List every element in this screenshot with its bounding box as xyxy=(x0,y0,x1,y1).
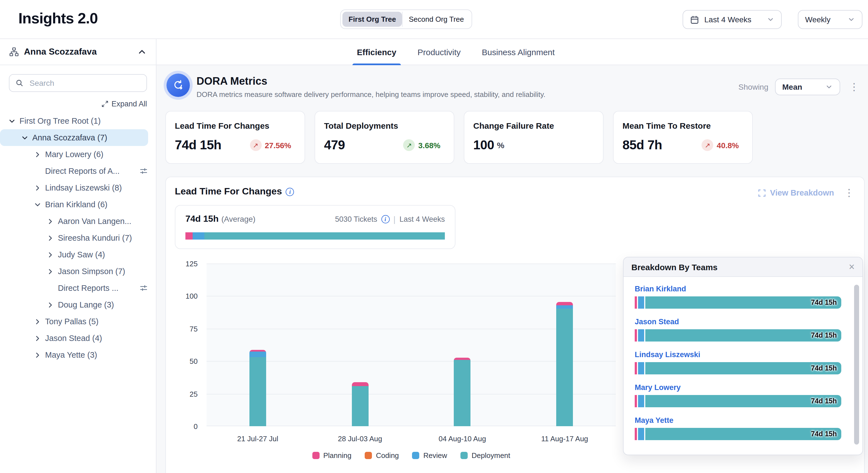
close-icon[interactable]: × xyxy=(849,262,855,272)
chevron-right-icon xyxy=(46,267,55,275)
team-name-link[interactable]: Jason Stead xyxy=(635,318,841,326)
breakdown-row-mary-lowery: Mary Lowery 74d 15h xyxy=(635,383,841,407)
bar-segment-review xyxy=(638,296,644,309)
tree-item-judy-saw-4[interactable]: Judy Saw (4) xyxy=(0,246,148,263)
chevron-right-icon xyxy=(46,234,55,242)
tree-item-brian-kirkland-6[interactable]: Brian Kirkland (6) xyxy=(0,196,148,213)
tree-item-label: Direct Reports of A... xyxy=(45,167,120,176)
tree-item-jason-stead-4[interactable]: Jason Stead (4) xyxy=(0,330,148,347)
tree-item-tony-pallas-5[interactable]: Tony Pallas (5) xyxy=(0,313,148,330)
bar-segment-review xyxy=(638,428,644,440)
info-icon[interactable]: i xyxy=(286,187,294,196)
bar-segment-planning xyxy=(556,302,573,305)
chevron-right-icon xyxy=(33,351,42,359)
bar-group-04-aug-10-aug[interactable] xyxy=(411,264,514,426)
content: DORA Metrics DORA metrics measure softwa… xyxy=(156,65,868,473)
bar-group-28-jul-03-aug[interactable] xyxy=(309,264,411,426)
team-name-link[interactable]: Mary Lowery xyxy=(635,383,841,392)
bar-segment-review xyxy=(249,351,266,357)
tree-item-label: First Org Tree Root (1) xyxy=(20,116,101,125)
view-breakdown-link[interactable]: View Breakdown xyxy=(758,188,834,197)
legend-swatch xyxy=(312,452,319,459)
lead-time-chart: 0255075100125 xyxy=(175,264,616,426)
date-range-value: Last 4 Weeks xyxy=(704,15,751,24)
search-icon xyxy=(15,79,24,87)
tab-productivity[interactable]: Productivity xyxy=(414,39,464,65)
showing-label: Showing xyxy=(739,83,768,91)
tree-item-label: Anna Scozzafava (7) xyxy=(32,133,107,142)
legend-item-deployment[interactable]: Deployment xyxy=(460,451,510,460)
breakdown-title: Breakdown By Teams xyxy=(631,262,718,272)
tree-item-lindsay-liszewski-8[interactable]: Lindsay Liszewski (8) xyxy=(0,179,148,196)
tree-item-label: Doug Lange (3) xyxy=(58,300,114,309)
average-label: (Average) xyxy=(221,214,255,224)
tab-business-alignment[interactable]: Business Alignment xyxy=(478,39,558,65)
bar-group-11-aug-17-aug[interactable] xyxy=(514,264,616,426)
expand-all-link[interactable]: Expand All xyxy=(101,100,147,108)
showing-select[interactable]: Mean xyxy=(775,79,840,95)
scrollbar-thumb[interactable] xyxy=(854,285,859,445)
tree-item-direct-reports-of-a[interactable]: Direct Reports of A... xyxy=(0,163,148,179)
team-value: 74d 15h xyxy=(811,397,837,405)
calendar-icon xyxy=(690,15,699,24)
bar-segment-deployment xyxy=(351,386,368,426)
delta-value: 3.68% xyxy=(418,141,440,150)
team-name-link[interactable]: Maya Yette xyxy=(635,416,841,424)
granularity-select[interactable]: Weekly xyxy=(798,10,862,29)
tree-item-sireesha-kunduri-7[interactable]: Sireesha Kunduri (7) xyxy=(0,230,148,246)
y-tick-0: 0 xyxy=(175,422,198,431)
tree-item-anna-scozzafava-7[interactable]: Anna Scozzafava (7) xyxy=(0,129,148,146)
x-label-04-aug-10-aug: 04 Aug-10 Aug xyxy=(411,435,514,443)
team-name-link[interactable]: Lindsay Liszewski xyxy=(635,350,841,359)
tree-item-aaron-van-langen[interactable]: Aaron Van Langen... xyxy=(0,213,148,230)
range-label: Last 4 Weeks xyxy=(400,215,445,224)
tree-item-mary-lowery-6[interactable]: Mary Lowery (6) xyxy=(0,146,148,163)
metric-title: Total Deployments xyxy=(324,121,445,130)
app-title: Insights 2.0 xyxy=(19,10,98,27)
sidebar-header[interactable]: Anna Scozzafava xyxy=(0,39,156,65)
team-name-link[interactable]: Brian Kirkland xyxy=(635,285,841,293)
expand-all-label: Expand All xyxy=(111,100,147,108)
filter-icon[interactable] xyxy=(139,167,148,176)
metric-card-total-deployments: Total Deployments 479↗3.68% xyxy=(315,111,454,164)
bar-group-21-jul-27-jul[interactable] xyxy=(207,264,309,426)
bar-segment-deployment xyxy=(249,357,266,426)
legend-item-coding[interactable]: Coding xyxy=(365,451,399,460)
average-summary-card: 74d 15h (Average) 5030 Tickets i | Last … xyxy=(175,205,456,249)
date-range-select[interactable]: Last 4 Weeks xyxy=(683,10,782,29)
team-value: 74d 15h xyxy=(811,364,837,372)
org-toggle-first[interactable]: First Org Tree xyxy=(342,12,402,27)
expand-all-row: Expand All xyxy=(0,92,156,112)
breakdown-header: Breakdown By Teams × xyxy=(624,257,862,277)
stacked-bar xyxy=(249,350,266,426)
tree-item-direct-reports[interactable]: Direct Reports ... xyxy=(0,280,148,296)
breakdown-row-jason-stead: Jason Stead 74d 15h xyxy=(635,318,841,342)
tree-item-jason-simpson-7[interactable]: Jason Simpson (7) xyxy=(0,263,148,280)
tickets-info-icon[interactable]: i xyxy=(381,215,390,224)
x-label-21-jul-27-jul: 21 Jul-27 Jul xyxy=(207,435,309,443)
metric-value: 74d 15h xyxy=(175,138,221,153)
legend-item-review[interactable]: Review xyxy=(412,451,447,460)
chevron-up-icon[interactable] xyxy=(137,47,147,57)
team-phase-bar: 74d 15h xyxy=(635,296,841,309)
tree-item-maya-yette-3[interactable]: Maya Yette (3) xyxy=(0,347,148,363)
lead-time-kebab-menu-icon[interactable]: ⋮ xyxy=(842,187,856,199)
y-tick-50: 50 xyxy=(175,357,198,365)
avg-bar-segment-planning xyxy=(185,232,193,240)
dora-kebab-menu-icon[interactable]: ⋮ xyxy=(847,81,861,93)
breakdown-panel: Breakdown By Teams × Brian Kirkland 74d … xyxy=(623,257,863,455)
tree-item-first-org-tree-root-1[interactable]: First Org Tree Root (1) xyxy=(0,113,148,129)
lead-time-actions: View Breakdown ⋮ xyxy=(758,187,856,199)
filter-icon[interactable] xyxy=(139,284,148,293)
top-bar: Insights 2.0 First Org Tree Second Org T… xyxy=(0,0,868,39)
breakdown-row-brian-kirkland: Brian Kirkland 74d 15h xyxy=(635,285,841,309)
org-toggle-second[interactable]: Second Org Tree xyxy=(402,12,470,27)
legend-item-planning[interactable]: Planning xyxy=(312,451,351,460)
team-value: 74d 15h xyxy=(811,299,837,306)
tree-item-doug-lange-3[interactable]: Doug Lange (3) xyxy=(0,296,148,313)
tab-efficiency[interactable]: Efficiency xyxy=(353,39,400,65)
bar-segment-review xyxy=(556,305,573,309)
org-tree-toggle: First Org Tree Second Org Tree xyxy=(340,9,472,29)
search-input[interactable] xyxy=(28,78,141,88)
metric-unit: % xyxy=(497,140,504,150)
